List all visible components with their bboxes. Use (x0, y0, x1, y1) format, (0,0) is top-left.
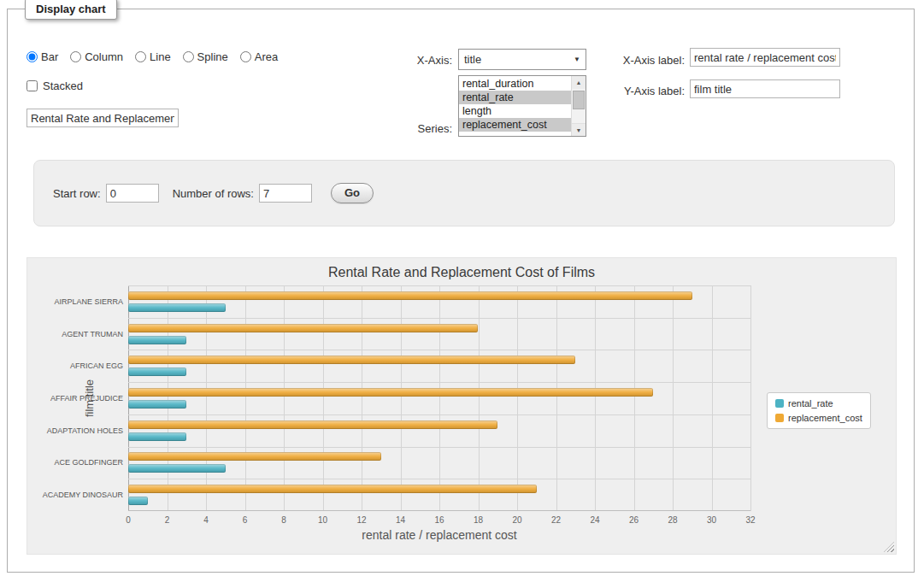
panel-title: Display chart (25, 0, 117, 20)
legend-label: replacement_cost (788, 413, 862, 423)
chart-title-input[interactable] (26, 109, 179, 127)
bar-replacement_cost (128, 291, 692, 300)
x-tick-label: 30 (707, 515, 716, 525)
gridline-vertical (168, 285, 168, 511)
chart-type-option-bar[interactable]: Bar (26, 50, 58, 63)
chart-type-option-label: Column (85, 50, 123, 63)
chart-type-radios: BarColumnLineSplineArea (26, 50, 290, 63)
start-row-input[interactable] (106, 184, 159, 203)
gridline-vertical (712, 285, 713, 511)
x-tick-label: 0 (126, 515, 131, 525)
series-option-replacement_cost[interactable]: replacement_cost (459, 118, 571, 132)
bar-replacement_cost (128, 452, 381, 461)
chart-type-radio-line[interactable] (135, 51, 146, 62)
legend-item-replacement_cost[interactable]: replacement_cost (775, 413, 862, 423)
bar-replacement_cost (128, 485, 537, 493)
legend-swatch (775, 399, 784, 408)
chart-type-option-column[interactable]: Column (70, 50, 123, 63)
gridline-horizontal (128, 382, 750, 383)
x-tick-label: 2 (165, 515, 170, 525)
chart-type-option-line[interactable]: Line (135, 50, 171, 63)
scrollbar-thumb[interactable] (573, 91, 585, 109)
gridline-vertical (634, 285, 635, 511)
series-option-rental_rate[interactable]: rental_rate (459, 91, 571, 104)
gridline-vertical (439, 285, 440, 511)
stacked-row: Stacked (26, 79, 83, 92)
x-tick-label: 24 (590, 515, 599, 525)
category-label: ACE GOLDFINGER (54, 458, 123, 467)
x-axis-title: rental rate / replacement cost (128, 528, 750, 542)
bar-replacement_cost (128, 324, 478, 332)
x-tick-label: 12 (356, 515, 366, 525)
x-tick-label: 16 (434, 515, 444, 525)
stacked-checkbox[interactable] (26, 80, 38, 91)
x-tick-label: 6 (243, 515, 248, 525)
x-tick-label: 32 (745, 515, 755, 525)
gridline-vertical (245, 285, 246, 511)
chart-legend: rental_ratereplacement_cost (767, 392, 871, 429)
x-tick-label: 28 (668, 515, 677, 525)
gridline-vertical (479, 285, 480, 511)
row-range-panel: Start row: Number of rows: Go (33, 160, 895, 226)
series-option-length[interactable]: length (459, 104, 571, 118)
chart-container: Rental Rate and Replacement Cost of Film… (26, 257, 897, 555)
chart-title: Rental Rate and Replacement Cost of Film… (27, 265, 896, 280)
chart-type-radio-column[interactable] (70, 51, 81, 62)
number-of-rows-input[interactable] (259, 184, 312, 203)
x-tick-label: 18 (474, 515, 483, 525)
start-row-label: Start row: (53, 187, 101, 200)
chart-type-option-label: Line (150, 50, 171, 63)
gridline-vertical (128, 285, 129, 511)
legend-item-rental_rate[interactable]: rental_rate (775, 398, 862, 409)
series-scrollbar[interactable]: ▲ ▼ (571, 76, 586, 136)
chart-type-option-spline[interactable]: Spline (183, 50, 228, 63)
chart-type-option-label: Area (255, 50, 278, 63)
scroll-up-icon[interactable]: ▲ (572, 76, 586, 89)
category-label: AFRICAN EGG (70, 362, 123, 370)
chevron-down-icon: ▼ (574, 56, 580, 63)
resize-handle-icon[interactable] (884, 542, 894, 552)
chart-type-radio-bar[interactable] (26, 51, 38, 62)
gridline-vertical (556, 285, 557, 511)
chart-type-option-label: Bar (41, 50, 58, 63)
x-axis-select-value: title (464, 53, 481, 66)
gridline-vertical (750, 285, 751, 511)
chart-type-option-area[interactable]: Area (240, 50, 278, 63)
x-axis-label-input[interactable] (690, 48, 840, 67)
number-of-rows-label: Number of rows: (173, 187, 254, 200)
bar-rental_rate (128, 497, 148, 505)
gridline-horizontal (128, 350, 750, 350)
bar-rental_rate (128, 303, 226, 312)
gridline-vertical (595, 285, 596, 511)
gridline-vertical (323, 285, 324, 511)
gridline-vertical (673, 285, 674, 511)
x-axis-tick-labels: 02468101214161820222426283032 (128, 515, 750, 527)
gridline-horizontal (128, 447, 750, 448)
bar-rental_rate (128, 464, 226, 473)
series-options: rental_durationrental_ratelengthreplacem… (459, 77, 571, 132)
series-option-rental_duration[interactable]: rental_duration (459, 77, 571, 91)
x-tick-label: 14 (396, 515, 405, 525)
gridline-horizontal (128, 510, 750, 511)
bar-replacement_cost (128, 420, 497, 429)
gridline-horizontal (128, 414, 750, 415)
scroll-down-icon[interactable]: ▼ (572, 123, 586, 136)
gridline-horizontal (128, 479, 750, 479)
y-axis-category-labels: AIRPLANE SIERRAAGENT TRUMANAFRICAN EGGAF… (27, 285, 123, 511)
x-axis-label-label: X-Axis label: (606, 54, 685, 67)
x-tick-label: 4 (203, 515, 209, 525)
y-axis-label-input[interactable] (690, 79, 840, 98)
x-tick-label: 26 (629, 515, 639, 525)
stacked-label: Stacked (43, 79, 83, 92)
series-listbox[interactable]: rental_durationrental_ratelengthreplacem… (458, 75, 586, 137)
gridline-vertical (206, 285, 207, 511)
gridline-vertical (401, 285, 402, 511)
chart-type-radio-area[interactable] (240, 51, 251, 62)
plot-area (128, 285, 750, 511)
go-button[interactable]: Go (331, 183, 374, 203)
bar-replacement_cost (128, 356, 575, 364)
gridline-horizontal (128, 285, 750, 286)
chart-type-radio-spline[interactable] (183, 51, 194, 62)
x-axis-select-label: X-Axis: (375, 54, 452, 67)
x-axis-select[interactable]: title ▼ (458, 49, 586, 70)
